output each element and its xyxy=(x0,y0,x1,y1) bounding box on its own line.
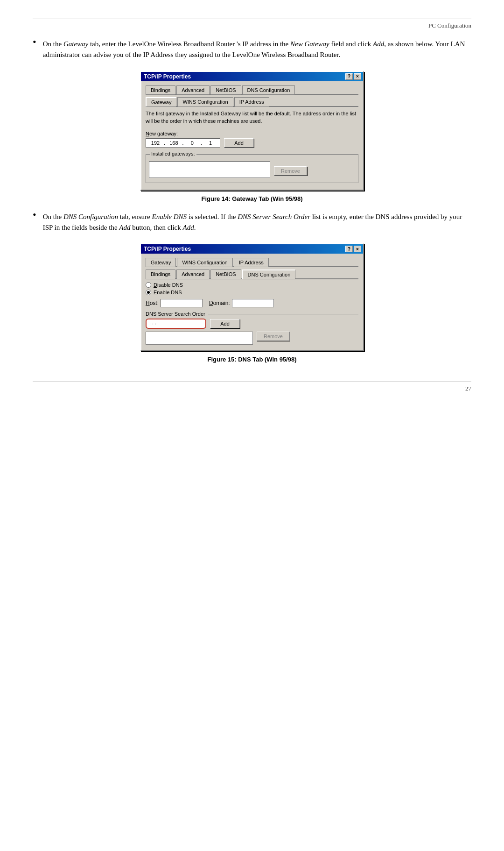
dialog2-help-btn[interactable]: ? xyxy=(345,246,353,252)
dns-section-divider xyxy=(208,314,358,314)
dialog1-tab-strip-1: Bindings Advanced NetBIOS DNS Configurat… xyxy=(146,85,358,95)
tab-bindings[interactable]: Bindings xyxy=(146,85,175,94)
ip-seg-1: 192 xyxy=(149,140,162,146)
italic-dns-config: DNS Configuration xyxy=(63,213,118,220)
italic-new-gateway: New Gateway xyxy=(290,40,329,48)
bottom-rule xyxy=(33,382,471,382)
host-input[interactable] xyxy=(161,299,203,307)
dns-dot-2: · xyxy=(152,321,154,326)
dialog2-wrapper: TCP/IP Properties ? × Gateway WINS Confi… xyxy=(33,243,471,351)
dialog2-close-btn[interactable]: × xyxy=(354,246,361,252)
dialog1-title: TCP/IP Properties xyxy=(144,73,191,80)
tab-dns-config-2[interactable]: DNS Configuration xyxy=(242,269,296,279)
enable-dns-label: Enable DNS xyxy=(154,290,182,295)
installed-gateways-label: Installed gateways: xyxy=(150,151,196,156)
dialog1: TCP/IP Properties ? × Bindings Advanced … xyxy=(140,71,364,191)
ip-add-row: 192 . 168 . 0 . 1 Add xyxy=(146,138,358,148)
dialog1-controls: ? × xyxy=(345,73,361,80)
dialog1-close-btn[interactable]: × xyxy=(354,73,361,80)
host-label: Host: xyxy=(146,300,159,306)
dialog2: TCP/IP Properties ? × Gateway WINS Confi… xyxy=(140,243,364,351)
installed-gateways-group: Installed gateways: Remove xyxy=(146,154,358,183)
bullet-dot-2: • xyxy=(33,210,36,220)
bullet-item-2: • On the DNS Configuration tab, ensure E… xyxy=(33,212,471,234)
dialog1-body: Bindings Advanced NetBIOS DNS Configurat… xyxy=(141,81,363,190)
figure1-caption: Figure 14: Gateway Tab (Win 95/98) xyxy=(33,195,471,202)
tab-gateway-2[interactable]: Gateway xyxy=(146,258,176,267)
bullet-dot-1: • xyxy=(33,37,36,47)
enable-dns-radio[interactable] xyxy=(146,290,151,295)
domain-field-group: Domain: xyxy=(209,299,274,307)
italic-gateway: Gateway xyxy=(63,40,88,48)
dialog2-title: TCP/IP Properties xyxy=(144,246,191,252)
tab-bindings-2[interactable]: Bindings xyxy=(146,269,175,279)
dialog1-titlebar: TCP/IP Properties ? × xyxy=(141,72,363,81)
dialog2-controls: ? × xyxy=(345,246,361,252)
tab-wins-config-1[interactable]: WINS Configuration xyxy=(177,97,233,106)
top-rule xyxy=(33,19,471,19)
figure2-caption: Figure 15: DNS Tab (Win 95/98) xyxy=(33,356,471,363)
dns-server-list[interactable] xyxy=(146,332,253,345)
bullet-item-1: • On the Gateway tab, enter the LevelOne… xyxy=(33,39,471,61)
dns-ip-input[interactable]: · · · xyxy=(146,319,206,329)
tab-wins-config-2[interactable]: WINS Configuration xyxy=(177,258,232,267)
dialog1-info-text: The first gateway in the Installed Gatew… xyxy=(146,110,358,125)
domain-label: Domain: xyxy=(209,300,230,306)
ip-seg-2: 168 xyxy=(167,140,180,146)
enable-dns-row: Enable DNS xyxy=(146,290,358,295)
italic-add-3: Add xyxy=(183,224,194,231)
page-number: 27 xyxy=(33,385,471,392)
dialog2-titlebar: TCP/IP Properties ? × xyxy=(141,244,363,254)
tab-gateway-1[interactable]: Gateway xyxy=(146,97,176,106)
tab-ip-address-1[interactable]: IP Address xyxy=(234,97,269,106)
host-domain-row: Host: Domain: xyxy=(146,299,358,307)
dialog1-wrapper: TCP/IP Properties ? × Bindings Advanced … xyxy=(33,71,471,191)
dialog2-tab-strip-2: Bindings Advanced NetBIOS DNS Configurat… xyxy=(146,269,358,279)
dns-dot-1: · xyxy=(149,321,151,326)
dialog1-help-btn[interactable]: ? xyxy=(345,73,353,80)
dialog2-body: Gateway WINS Configuration IP Address Bi… xyxy=(141,254,363,350)
tab-dns-config-1[interactable]: DNS Configuration xyxy=(242,85,295,94)
italic-add-2: Add xyxy=(119,224,130,231)
italic-add-1: Add xyxy=(373,40,384,48)
tab-advanced-1[interactable]: Advanced xyxy=(176,85,210,94)
dns-input-row: · · · Add xyxy=(146,319,358,329)
dialog1-tab-strip-2: Gateway WINS Configuration IP Address xyxy=(146,97,358,107)
tab-netbios-2[interactable]: NetBIOS xyxy=(210,269,241,279)
disable-dns-label: Disable DNS xyxy=(154,282,183,288)
dialog2-tab-strip-1: Gateway WINS Configuration IP Address xyxy=(146,257,358,267)
ip-seg-4: 1 xyxy=(204,140,217,146)
tab-ip-address-2[interactable]: IP Address xyxy=(234,258,269,267)
ip-field[interactable]: 192 . 168 . 0 . 1 xyxy=(146,138,220,148)
new-gateway-label: New gateway: xyxy=(146,131,358,136)
installed-gateways-list[interactable] xyxy=(149,161,270,178)
bullet-text-1: On the Gateway tab, enter the LevelOne W… xyxy=(43,39,471,61)
section-header: PC Configuration xyxy=(33,22,471,29)
dns-dot-3: · xyxy=(155,321,156,326)
tab-netbios-1[interactable]: NetBIOS xyxy=(210,85,241,94)
host-field-group: Host: xyxy=(146,299,203,307)
dns-search-order-label: DNS Server Search Order xyxy=(146,311,358,317)
disable-dns-row: Disable DNS xyxy=(146,282,358,288)
add-dns-btn[interactable]: Add xyxy=(210,319,240,328)
dns-list-remove-row: Remove xyxy=(146,332,358,347)
remove-gateway-btn[interactable]: Remove xyxy=(274,166,307,176)
remove-dns-btn[interactable]: Remove xyxy=(257,332,290,341)
bullet-text-2: On the DNS Configuration tab, ensure Ena… xyxy=(43,212,471,234)
disable-dns-radio[interactable] xyxy=(146,282,151,288)
add-gateway-btn[interactable]: Add xyxy=(224,138,254,148)
new-gateway-underline: N xyxy=(146,131,149,136)
italic-enable-dns: Enable DNS xyxy=(152,213,187,220)
tab-advanced-2[interactable]: Advanced xyxy=(176,269,210,279)
italic-dns-search-order: DNS Server Search Order xyxy=(238,213,310,220)
domain-input[interactable] xyxy=(232,299,274,307)
ip-seg-3: 0 xyxy=(186,140,199,146)
